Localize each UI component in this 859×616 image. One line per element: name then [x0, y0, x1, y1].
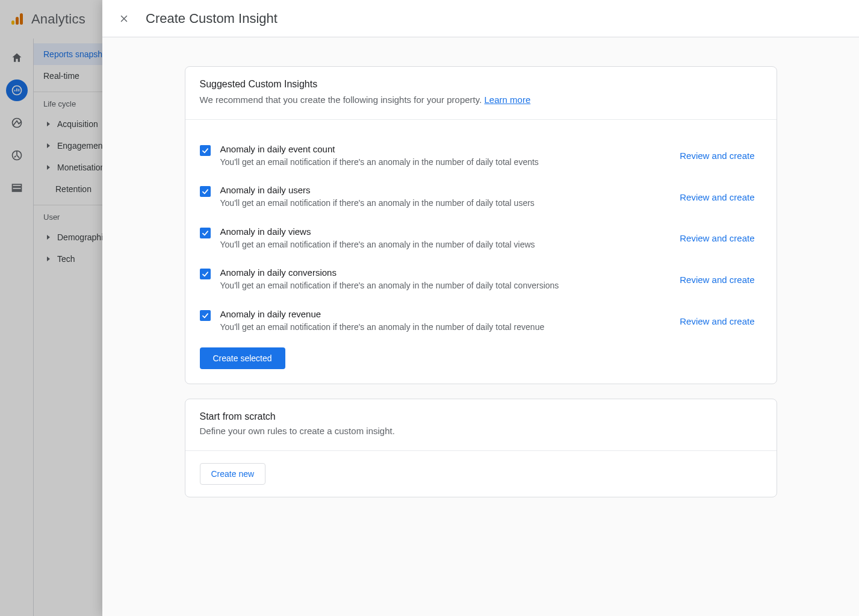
insight-title: Anomaly in daily views [220, 226, 671, 237]
panel-title: Create Custom Insight [146, 11, 278, 26]
app-header: Analytics [0, 0, 102, 39]
create-new-button[interactable]: Create new [200, 463, 266, 485]
insight-list: Anomaly in daily event count You'll get … [185, 120, 777, 334]
suggested-header: Suggested Custom Insights We recommend t… [185, 67, 777, 120]
brand-name: Analytics [31, 11, 85, 27]
insight-row-event-count: Anomaly in daily event count You'll get … [200, 127, 762, 169]
scratch-actions: Create new [185, 450, 777, 497]
configure-icon[interactable] [6, 177, 28, 199]
svg-rect-8 [12, 190, 21, 191]
left-icon-rail [0, 39, 34, 616]
review-and-create-link[interactable]: Review and create [680, 316, 761, 326]
reports-icon[interactable] [6, 79, 28, 101]
insight-desc: You'll get an email notification if ther… [220, 198, 671, 210]
insight-row-conversions: Anomaly in daily conversions You'll get … [200, 250, 762, 292]
panel-body: Suggested Custom Insights We recommend t… [102, 37, 859, 616]
insight-desc: You'll get an email notification if ther… [220, 239, 671, 251]
insight-title: Anomaly in daily revenue [220, 309, 671, 319]
insight-title: Anomaly in daily conversions [220, 267, 671, 278]
suggested-actions: Create selected [185, 333, 777, 384]
checkbox-views[interactable] [200, 228, 211, 238]
insight-text: Anomaly in daily users You'll get an ema… [220, 185, 671, 210]
insight-desc: You'll get an email notification if ther… [220, 157, 671, 169]
advertising-icon[interactable] [6, 145, 28, 166]
explore-icon[interactable] [6, 112, 28, 134]
create-selected-button[interactable]: Create selected [200, 347, 285, 369]
checkbox-users[interactable] [200, 186, 211, 197]
review-and-create-link[interactable]: Review and create [680, 275, 761, 285]
home-icon[interactable] [6, 47, 28, 69]
scratch-desc: Define your own rules to create a custom… [200, 426, 762, 436]
analytics-logo-icon [10, 12, 24, 26]
insight-desc: You'll get an email notification if ther… [220, 280, 671, 292]
review-and-create-link[interactable]: Review and create [680, 151, 761, 161]
insight-text: Anomaly in daily event count You'll get … [220, 144, 671, 169]
checkbox-conversions[interactable] [200, 269, 211, 279]
review-and-create-link[interactable]: Review and create [680, 233, 761, 243]
checkbox-revenue[interactable] [200, 310, 211, 321]
insight-text: Anomaly in daily views You'll get an ema… [220, 226, 671, 251]
svg-rect-6 [12, 184, 21, 186]
insight-row-views: Anomaly in daily views You'll get an ema… [200, 210, 762, 251]
suggested-insights-card: Suggested Custom Insights We recommend t… [185, 66, 777, 384]
create-custom-insight-panel: Create Custom Insight Suggested Custom I… [102, 0, 859, 616]
svg-rect-7 [12, 187, 21, 189]
insight-title: Anomaly in daily users [220, 185, 671, 195]
insight-row-revenue: Anomaly in daily revenue You'll get an e… [200, 292, 762, 334]
suggested-subtitle-text: We recommend that you create the followi… [200, 95, 485, 105]
suggested-title: Suggested Custom Insights [200, 79, 762, 90]
svg-rect-0 [11, 20, 14, 25]
learn-more-link[interactable]: Learn more [485, 95, 531, 105]
scratch-title: Start from scratch [200, 411, 762, 422]
checkbox-event-count[interactable] [200, 145, 211, 156]
panel-header: Create Custom Insight [102, 0, 859, 37]
start-from-scratch-card: Start from scratch Define your own rules… [185, 399, 777, 497]
review-and-create-link[interactable]: Review and create [680, 192, 761, 202]
svg-rect-1 [16, 17, 19, 25]
scratch-header: Start from scratch Define your own rules… [185, 399, 777, 450]
insight-text: Anomaly in daily revenue You'll get an e… [220, 309, 671, 334]
insight-title: Anomaly in daily event count [220, 144, 671, 154]
suggested-subtitle: We recommend that you create the followi… [200, 93, 762, 107]
insight-row-users: Anomaly in daily users You'll get an ema… [200, 168, 762, 210]
svg-rect-2 [20, 13, 23, 25]
insight-desc: You'll get an email notification if ther… [220, 322, 671, 334]
close-icon[interactable] [117, 11, 131, 26]
insight-text: Anomaly in daily conversions You'll get … [220, 267, 671, 292]
